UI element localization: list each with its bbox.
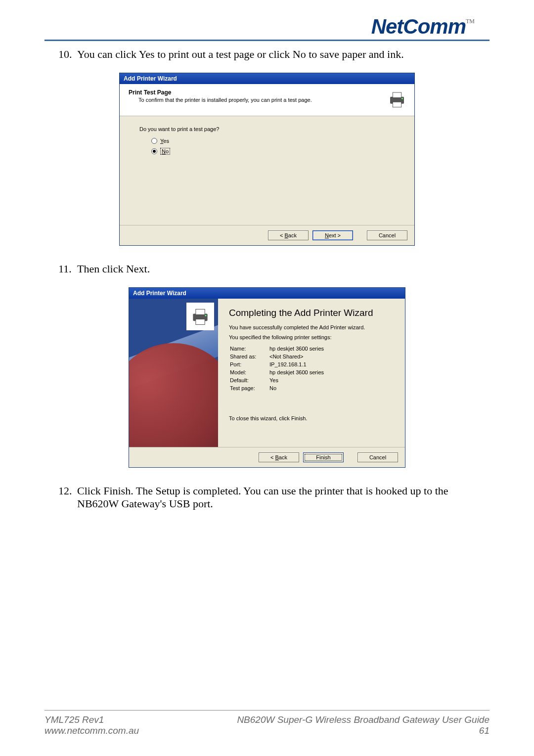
doc-title: NB620W Super-G Wireless Broadband Gatewa… — [237, 714, 490, 725]
table-row: Shared as:<Not Shared> — [230, 353, 328, 360]
svg-rect-1 — [393, 92, 401, 98]
table-row: Model:hp deskjet 3600 series — [230, 369, 328, 376]
svg-rect-6 — [196, 319, 205, 325]
completion-title: Completing the Add Printer Wizard — [229, 308, 394, 318]
setting-value: IP_192.168.1.1 — [269, 361, 328, 368]
dialog-buttons: < Back Finish Cancel — [129, 447, 405, 467]
dialog-title: Add Printer Wizard — [120, 73, 414, 84]
setting-value: hp deskjet 3600 series — [269, 369, 328, 376]
dialog-buttons: < Back Next > Cancel — [120, 225, 414, 245]
step-text: Click Finish. The Setup is completed. Yo… — [77, 485, 490, 510]
wizard-side-graphic — [129, 299, 218, 447]
close-hint: To close this wizard, click Finish. — [229, 415, 394, 421]
header-rule — [44, 40, 490, 41]
dialog-header: Print Test Page To confirm that the prin… — [120, 84, 414, 116]
completion-line1: You have successfully completed the Add … — [229, 324, 394, 330]
svg-rect-5 — [196, 309, 205, 314]
back-button[interactable]: < Back — [259, 452, 299, 462]
radio-yes-label: Yes — [160, 138, 169, 144]
setting-label: Model: — [230, 369, 268, 376]
wizard-summary: Completing the Add Printer Wizard You ha… — [218, 299, 405, 447]
next-button[interactable]: Next > — [312, 230, 353, 240]
setting-label: Default: — [230, 377, 268, 384]
radio-yes[interactable]: Yes — [151, 138, 395, 144]
printer-icon — [387, 89, 407, 110]
dialog-body: Do you want to print a test page? Yes No — [120, 116, 414, 225]
setting-value: No — [269, 385, 328, 392]
brand-logo: NetCommTM — [44, 10, 490, 39]
step-text: You can click Yes to print out a test pa… — [77, 48, 404, 61]
header-title: Print Test Page — [129, 89, 312, 96]
finish-button[interactable]: Finish — [303, 452, 344, 462]
page-number: 61 — [237, 725, 490, 736]
back-button[interactable]: < Back — [268, 230, 309, 240]
radio-icon — [151, 148, 157, 154]
step-number: 12. — [58, 485, 77, 510]
step-number: 10. — [58, 48, 77, 61]
step-11: 11. Then click Next. — [58, 263, 490, 275]
step-12: 12. Click Finish. The Setup is completed… — [58, 485, 490, 510]
dialog-title: Add Printer Wizard — [129, 288, 405, 299]
setting-value: Yes — [269, 377, 328, 384]
cancel-button[interactable]: Cancel — [357, 452, 398, 462]
radio-icon — [151, 138, 157, 144]
setting-value: hp deskjet 3600 series — [269, 345, 328, 352]
setting-label: Shared as: — [230, 353, 268, 360]
svg-rect-2 — [393, 102, 401, 107]
radio-no-label: No — [160, 148, 170, 155]
table-row: Test page:No — [230, 385, 328, 392]
cancel-button[interactable]: Cancel — [367, 230, 407, 240]
setting-value: <Not Shared> — [269, 353, 328, 360]
doc-revision: YML725 Rev1 — [44, 714, 139, 725]
step-10: 10. You can click Yes to print out a tes… — [58, 48, 490, 61]
wizard-print-test-page: Add Printer Wizard Print Test Page To co… — [119, 73, 415, 246]
radio-no[interactable]: No — [151, 148, 395, 155]
table-row: Name:hp deskjet 3600 series — [230, 345, 328, 352]
page-footer: YML725 Rev1 www.netcomm.com.au NB620W Su… — [44, 710, 490, 736]
completion-line2: You specified the following printer sett… — [229, 334, 394, 340]
brand-text: NetComm — [371, 15, 466, 39]
table-row: Default:Yes — [230, 377, 328, 384]
settings-table: Name:hp deskjet 3600 series Shared as:<N… — [229, 344, 329, 393]
trademark: TM — [466, 18, 475, 25]
header-subtitle: To confirm that the printer is installed… — [138, 97, 312, 103]
setting-label: Test page: — [230, 385, 268, 392]
table-row: Port:IP_192.168.1.1 — [230, 361, 328, 368]
wizard-completion: Add Printer Wizard Complet — [129, 287, 405, 468]
setting-label: Name: — [230, 345, 268, 352]
svg-point-7 — [205, 315, 207, 316]
svg-point-3 — [401, 98, 403, 99]
doc-url: www.netcomm.com.au — [44, 725, 139, 736]
printer-icon — [186, 303, 214, 330]
setting-label: Port: — [230, 361, 268, 368]
step-number: 11. — [58, 263, 77, 275]
step-text: Then click Next. — [77, 263, 150, 275]
question-text: Do you want to print a test page? — [139, 126, 395, 132]
